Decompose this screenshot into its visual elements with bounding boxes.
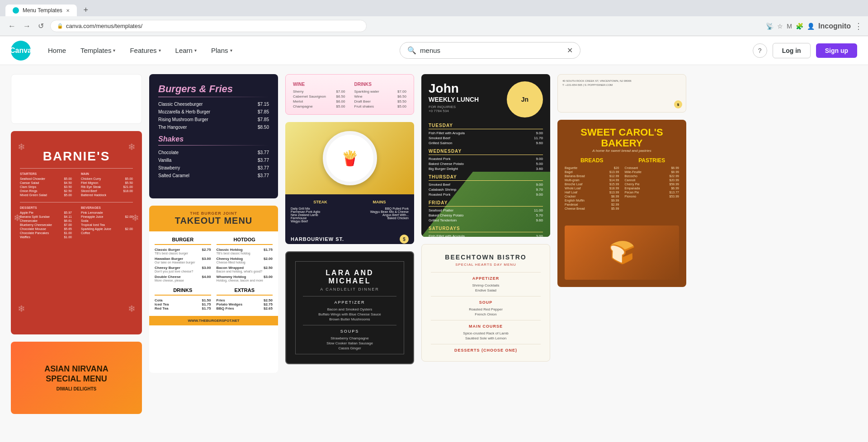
nav-templates[interactable]: Templates ▾ xyxy=(74,43,122,58)
tab-close-icon[interactable]: ✕ xyxy=(66,8,70,13)
bread-item: Brioche Loaf$15.99 xyxy=(565,183,619,186)
steak-col: STEAK xyxy=(313,200,327,204)
search-input[interactable] xyxy=(420,47,563,54)
bread-item: Banana Bread$12.99 xyxy=(565,174,619,178)
features-chevron-icon: ▾ xyxy=(159,48,161,53)
saturday-item: Fish Fillet with Arugula3.00 xyxy=(429,234,543,237)
wednesday-label: WEDNESDAY xyxy=(429,149,543,155)
barnies-desserts: DESSERTS Apple Pie$5.97 Banana Split Sun… xyxy=(20,206,133,240)
soups-section: SOUPS xyxy=(303,329,396,334)
back-button[interactable]: ← xyxy=(5,20,19,33)
address-bar[interactable]: 🔒 canva.com/menus/templates/ xyxy=(50,20,367,32)
bread-item: Cracker$8.99 xyxy=(565,195,619,198)
menu-item: Battered Haddock xyxy=(81,193,133,197)
extensions-icon[interactable]: 🧩 xyxy=(796,23,803,30)
john-weekly-lunch-card[interactable]: John WEEKLY LUNCH FOR INQUIRIES +0 7784 … xyxy=(421,74,550,237)
bread-item: Baguette$20 xyxy=(565,166,619,169)
drinks-extras: DRINKS Cola $1.50 Iced Tea $1.75 Red Tea… xyxy=(155,287,273,310)
barnies-title: BARNIE'S xyxy=(20,149,133,164)
help-icon: ? xyxy=(758,47,762,54)
john-content: John WEEKLY LUNCH FOR INQUIRIES +0 7784 … xyxy=(421,74,550,237)
burgers-fries-card[interactable]: Burgers & Fries Classic Cheeseburger$7.1… xyxy=(149,74,278,198)
takeout-menu-card[interactable]: THE BURGER JOINT TAKEOUT MENU BURGER Cla… xyxy=(149,206,278,373)
new-tab-button[interactable]: + xyxy=(80,4,92,16)
nav-features[interactable]: Features ▾ xyxy=(123,43,167,58)
barnies-menu: STARTERS Seafood Chowder$5.00 Caesar Sal… xyxy=(20,172,133,197)
menu-item: Blueberry Cheesecake$7.00 xyxy=(20,223,72,226)
title-underline xyxy=(158,97,269,97)
pastry-item: Bizcocho$22.99 xyxy=(625,174,679,178)
login-button[interactable]: Log in xyxy=(773,43,811,58)
shakes-title: Shakes xyxy=(158,135,269,143)
lara-title: LARA AND MICHAEL xyxy=(303,269,396,285)
thursday-label: THURSDAY xyxy=(429,174,543,181)
bookmark-icon[interactable]: ☆ xyxy=(777,23,783,30)
profile-icon[interactable]: 👤 xyxy=(807,23,815,30)
canva-logo[interactable]: Canva xyxy=(11,41,31,61)
canva-logo-text: Canva xyxy=(10,47,32,55)
wine-drinks-card[interactable]: WINE Sherry$7.00 Cabernet Sauvignon$6.50… xyxy=(285,74,414,115)
appetizer-title: APPETIZER xyxy=(431,276,541,281)
asian-nirvana-card[interactable]: ASIAN NIRVANA SPECIAL MENU DIWALI DELIGH… xyxy=(11,342,142,414)
poppy-diner-address-card[interactable]: 40 SOUTH ROCK CREEK ST, VINCENTOWN, NJ 0… xyxy=(557,74,686,113)
clear-search-icon[interactable]: ✕ xyxy=(567,46,573,55)
menu-item: Buffalo Wings with Blue Cheese Sauce xyxy=(303,312,396,316)
pastry-item: Mille-Feuille$8.99 xyxy=(625,170,679,174)
bread-item: Half Loaf$13.99 xyxy=(565,191,619,194)
pastry-item: Cherry Pie$58.99 xyxy=(625,183,679,186)
wednesday-item: Big Burger Delight3.60 xyxy=(429,167,543,171)
placeholder-card[interactable] xyxy=(11,74,142,124)
tuesday-item: Grilled Salmon9.60 xyxy=(429,141,543,145)
menu-item: Coffee xyxy=(81,231,133,235)
tuesday-section: TUESDAY Fish Fillet with Arugula9.00 Smo… xyxy=(429,123,543,145)
menu-item: Filet Mignon$5.50 xyxy=(81,181,133,184)
menu-item: Sliced Beef$18.00 xyxy=(81,189,133,193)
gold-coin-icon: $ xyxy=(674,100,682,108)
beechtown-bistro-card[interactable]: BEECHTOWN BISTRO SPECIAL HEARTS DAY MENU… xyxy=(421,244,550,362)
john-weekly: WEEKLY LUNCH xyxy=(429,96,501,103)
cast-icon[interactable]: 📡 xyxy=(766,23,774,30)
plate-decoration: 🍟 xyxy=(323,131,377,185)
drinks-header: DRINKS xyxy=(155,287,211,296)
pastry-item: Empanada$6.99 xyxy=(625,187,679,190)
harbourview-card[interactable]: 🍟 STEAK MAINS Daily Grill Mix Parmesan P… xyxy=(285,122,414,244)
lara-michael-card[interactable]: LARA AND MICHAEL A CANDLELIT DINNER APPE… xyxy=(285,251,414,364)
saturday-label: SATURDAYS xyxy=(429,226,543,232)
nav-plans[interactable]: Plans ▾ xyxy=(205,43,239,58)
menu-item: Classic Cheeseburger$7.15 xyxy=(158,102,269,107)
signup-button[interactable]: Sign up xyxy=(816,43,857,58)
nav-learn[interactable]: Learn ▾ xyxy=(169,43,203,58)
burger-cheesy: Cheesy Burger $3.00 Don't you just love … xyxy=(155,266,211,273)
help-button[interactable]: ? xyxy=(753,43,767,58)
drink-item: Sparkling water$7.00 xyxy=(354,89,407,94)
plans-chevron-icon: ▾ xyxy=(230,48,232,53)
john-inquiry: FOR INQUIRIES xyxy=(429,105,501,109)
tuesday-label: TUESDAY xyxy=(429,123,543,129)
menu-item: Red Tea $1.75 xyxy=(155,306,211,310)
asian-subtitle: DIWALI DELIGHTS xyxy=(57,386,96,391)
drink-item: Draft Beer$5.50 xyxy=(354,99,407,103)
browser-tab[interactable]: Menu Templates ✕ xyxy=(5,5,77,16)
search-bar[interactable]: 🔍 ✕ xyxy=(400,42,580,59)
menu-item: Brown Butter Mushrooms xyxy=(303,317,396,321)
john-name: John xyxy=(429,81,501,96)
menu-item: BBQ Fries $2.65 xyxy=(217,306,273,310)
thursday-section: THURSDAY Smoked Beef9.00 Calabash Shrimp… xyxy=(429,174,543,197)
wine-col1-title: WINE xyxy=(293,82,345,87)
menu-item: Waffles$1.00 xyxy=(20,235,72,239)
bakery-card[interactable]: SWEET CAROL'S BAKERY A home for sweet br… xyxy=(557,120,686,287)
forward-button[interactable]: → xyxy=(20,20,33,33)
shakes-menu: Chocolate$3.77 Vanilla$3.77 Strawberry$3… xyxy=(158,150,269,178)
nav-home[interactable]: Home xyxy=(42,43,72,58)
menu-item: Strawberry Champagne xyxy=(303,336,396,340)
food-emoji: 🍟 xyxy=(341,150,359,167)
gmail-icon[interactable]: M xyxy=(787,23,792,30)
browser-menu-icon[interactable]: ⋮ xyxy=(854,21,863,31)
beechtown-title: BEECHTOWN BISTRO xyxy=(431,254,541,261)
menu-item: Sautéed Sole with Lemon xyxy=(431,336,541,340)
harbour-menu-row: Daily Grill Mix Parmesan Pork Aglio New … xyxy=(291,207,409,223)
reload-button[interactable]: ↺ xyxy=(35,20,47,33)
menu-item: Mozzarella & Herb Burger$7.85 xyxy=(158,109,269,114)
incognito-label[interactable]: Incognito xyxy=(818,22,851,30)
barnies-card[interactable]: ❄ ❄ ❄ ❄ ❄ ❄ BARNIE'S STARTERS Seafood Ch… xyxy=(11,131,142,334)
